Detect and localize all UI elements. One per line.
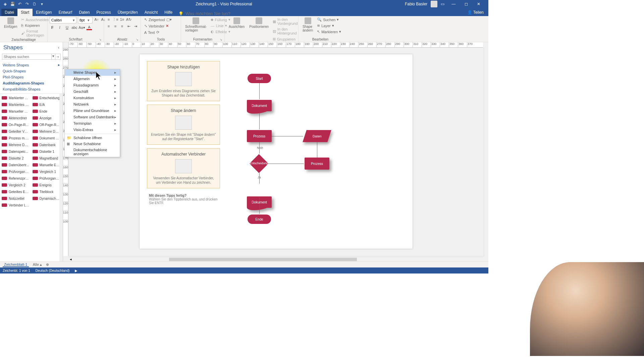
page-tab-all[interactable]: Alle ▴ <box>33 262 42 267</box>
qat-more-icon[interactable]: ▾ <box>40 2 44 6</box>
menu-terminplan[interactable]: Terminplan▸ <box>65 120 120 127</box>
shape-item[interactable]: Prüfvorgang 1 <box>1 169 32 174</box>
para-launcher-icon[interactable]: ↘ <box>136 38 139 41</box>
shape-item[interactable]: Prozess m. Schatten <box>1 135 32 141</box>
category-arrow[interactable]: Pfeil-Shapes <box>2 74 61 80</box>
menu-open-stencil[interactable]: 📁Schablone öffnen <box>65 135 120 141</box>
menu-software[interactable]: Software und Datenbank▸ <box>65 114 120 120</box>
shape-item[interactable]: Vergleich 2 <box>1 182 32 188</box>
search-dropdown-icon[interactable]: ▾ <box>52 54 55 60</box>
bold-button[interactable]: F <box>50 25 55 30</box>
avatar[interactable] <box>431 1 437 7</box>
menu-new-stencil[interactable]: ⊞Neue Schablone <box>65 141 120 147</box>
select-button[interactable]: ↖Markieren▾ <box>316 29 342 35</box>
shape-item[interactable]: Datenspeic... <box>1 149 32 154</box>
shape-item[interactable]: Verbinder Linie/Kurve <box>1 202 32 208</box>
connector[interactable] <box>317 142 317 158</box>
tab-start[interactable]: Start <box>17 9 33 16</box>
font-color-button[interactable]: A <box>87 25 92 30</box>
user-name[interactable]: Fabio Basler <box>405 2 427 6</box>
menu-geschaeft[interactable]: Geschäft▸ <box>65 88 120 95</box>
close-button[interactable]: ✕ <box>473 2 484 6</box>
more-shapes-item[interactable]: Weitere Shapes▸ <box>2 62 61 68</box>
fc-entscheidung[interactable]: Entscheidung <box>250 154 268 173</box>
connector[interactable] <box>268 164 304 164</box>
menu-doc-stencil[interactable]: Dokumentschablone anzeigen <box>65 147 120 157</box>
case-button[interactable]: Aa▾ <box>79 25 85 30</box>
shape-item[interactable]: E/A <box>32 102 62 107</box>
italic-button[interactable]: I <box>57 25 62 30</box>
vertical-scrollbar[interactable] <box>484 48 488 257</box>
shape-item[interactable]: Geteilter Vorgang <box>1 129 32 134</box>
new-icon[interactable]: 🗋 <box>32 2 37 6</box>
shape-item[interactable]: Datenübertr... <box>1 162 32 168</box>
tip-card-connector[interactable]: Automatischer Verbinder Verwenden Sie Au… <box>147 148 220 188</box>
pointer-tool[interactable]: ↖Zeigertool▢▾ <box>143 17 173 22</box>
display-options-icon[interactable]: ▭ <box>441 2 444 6</box>
text-tool[interactable]: AText⟳ <box>143 29 161 35</box>
cut-button[interactable]: ✂Ausschneiden <box>20 17 50 22</box>
shape-item[interactable]: Ereignis <box>32 182 62 188</box>
shape-item[interactable]: Manuelle Eingabe <box>32 162 62 168</box>
position-button[interactable]: Positionieren <box>247 17 271 29</box>
connector[interactable] <box>259 113 260 129</box>
strike-button[interactable]: abc <box>72 25 77 30</box>
layer-button[interactable]: ≋Layer▾ <box>316 23 342 28</box>
menu-netzwerk[interactable]: Netzwerk▸ <box>65 101 120 108</box>
shape-item[interactable]: Vergleich 1 <box>32 169 62 174</box>
tab-insert[interactable]: Einfügen <box>33 9 55 16</box>
shape-item[interactable]: Ende <box>32 109 62 114</box>
category-audit[interactable]: Auditdiagramm-Shapes <box>2 80 61 86</box>
tab-data[interactable]: Daten <box>75 9 93 16</box>
shape-item[interactable]: Entscheidung <box>32 95 62 101</box>
status-language[interactable]: Deutsch (Deutschland) <box>36 269 70 273</box>
shape-item[interactable]: Prüfvorgang 2 <box>32 176 62 181</box>
shape-item[interactable]: Mehrere Dokum./Pr... <box>32 129 62 134</box>
shape-item[interactable]: Geteiltes Ereignis <box>1 189 32 194</box>
underline-button[interactable]: U <box>64 25 70 30</box>
menu-konstruktion[interactable]: Konstruktion▸ <box>65 95 120 101</box>
shape-scrollbar[interactable] <box>59 94 63 261</box>
quickstyles-button[interactable]: Schnellformat-vorlagen <box>183 17 209 33</box>
group-button[interactable]: ⊞Gruppieren <box>271 36 299 42</box>
tip-card-add[interactable]: Shape hinzufügen Zum Erstellen eines Dia… <box>147 61 220 101</box>
indent-dec-icon[interactable]: ⇤ <box>126 23 131 29</box>
indent-inc-icon[interactable]: ⇥ <box>133 23 138 29</box>
tell-me-input[interactable] <box>185 11 232 16</box>
menu-plaene[interactable]: Pläne und Grundrisse▸ <box>65 108 120 114</box>
tab-review[interactable]: Überprüfen <box>114 9 141 16</box>
fc-prozess1[interactable]: Prozess <box>247 130 272 142</box>
fc-daten[interactable]: Daten <box>303 130 331 142</box>
shape-item[interactable]: Markierter Vorgang <box>1 95 32 101</box>
menu-flussdiagramm[interactable]: Flussdiagramm▸ <box>65 82 120 88</box>
maximize-button[interactable]: ◻ <box>461 2 472 6</box>
shape-item[interactable]: Dokument mit Linien <box>32 135 62 141</box>
shape-item[interactable]: Manueller Vorgang <box>1 109 32 114</box>
fc-start[interactable]: Start <box>248 74 271 83</box>
align-center-icon[interactable]: ≡ <box>113 23 118 29</box>
shape-item[interactable]: On-Page-R... <box>1 122 32 127</box>
fc-prozess2[interactable]: Prozess <box>305 158 329 170</box>
search-go-button[interactable]: → <box>55 54 61 60</box>
connector-tool[interactable]: ⤡Verbinder✕ <box>143 23 170 29</box>
tip-card-change[interactable]: Shape ändern Ersetzen Sie ein Shape mit … <box>147 105 220 145</box>
paste-button[interactable]: Einfügen <box>2 17 19 29</box>
fill-button[interactable]: ◆Füllung▾ <box>209 17 231 22</box>
font-size-combo[interactable]: ▾ <box>78 17 93 23</box>
shape-item[interactable]: Dynamischer Verbinder <box>32 196 62 201</box>
shape-item[interactable]: Mehrere Dokumente <box>1 142 32 147</box>
rotate-text-icon[interactable]: A↻ <box>126 17 131 22</box>
shape-item[interactable]: Off-Page-R... <box>32 122 62 127</box>
fc-dokument1[interactable]: Dokument <box>247 100 272 111</box>
font-name-combo[interactable]: ▾ <box>50 17 76 23</box>
menu-allgemein[interactable]: Allgemein▸ <box>65 76 120 82</box>
align-right-icon[interactable]: ≡ <box>119 23 125 29</box>
connector[interactable] <box>259 198 260 214</box>
shape-item[interactable]: Datenbank <box>32 142 62 147</box>
shape-item[interactable]: Notizzettel <box>1 196 32 201</box>
align-left-icon[interactable]: ≡ <box>106 23 111 29</box>
shape-item[interactable]: Markiertes Dokument <box>1 102 32 107</box>
menu-visio-extras[interactable]: Visio-Extras▸ <box>65 127 120 133</box>
tab-view[interactable]: Ansicht <box>141 9 161 16</box>
numbering-icon[interactable]: 1≡ <box>119 17 125 22</box>
